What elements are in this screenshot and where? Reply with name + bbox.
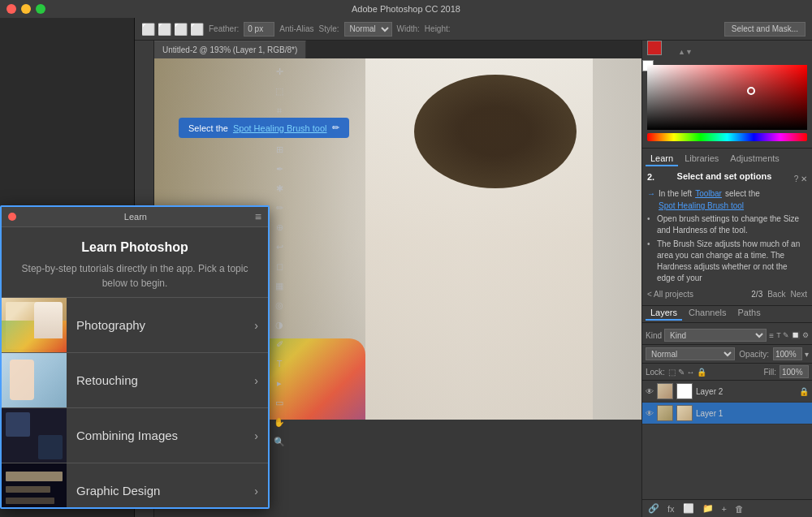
dodge-icon[interactable]: ◑ <box>271 317 287 333</box>
history-brush-icon[interactable]: ↩ <box>271 239 287 255</box>
retouching-thumbnail <box>2 353 67 408</box>
layer-2-item[interactable]: 👁 Layer 2 🔒 <box>642 381 812 403</box>
spot-healing-link[interactable]: Spot Healing Brush tool <box>659 201 744 210</box>
tooltip-icon: ✏ <box>332 123 339 133</box>
combining-chevron: › <box>254 429 268 442</box>
feather-input[interactable] <box>244 22 274 37</box>
learn-panel-tabs: Learn Libraries Adjustments <box>642 152 812 166</box>
clone-stamp-icon[interactable]: ⊕ <box>271 219 287 235</box>
arrow-icon: → <box>647 189 655 198</box>
next-button[interactable]: Next <box>790 290 807 299</box>
add-mask-button[interactable]: ⬜ <box>680 502 697 515</box>
combining-label: Combining Images <box>67 429 254 442</box>
blend-mode-label: ≡ <box>769 331 774 340</box>
color-gradient[interactable] <box>647 65 807 130</box>
color-dot <box>747 87 755 95</box>
eraser-icon[interactable]: ◻ <box>271 258 287 274</box>
canvas-tooltip: Select the Spot Healing Brush tool ✏ <box>179 118 349 138</box>
kind-select[interactable]: Kind <box>664 329 767 342</box>
shape-tool-icon[interactable]: ▭ <box>271 394 287 411</box>
learn-bullet-2: • The Brush Size adjusts how much of an … <box>647 239 807 284</box>
page-indicator: 2/3 <box>751 290 762 299</box>
new-group-button[interactable]: 📁 <box>700 502 716 515</box>
libraries-tab[interactable]: Libraries <box>680 152 723 166</box>
learn-tab[interactable]: Learn <box>646 152 678 166</box>
topic-combining-images[interactable]: Combining Images › <box>2 407 268 463</box>
brush-tool-icon[interactable]: ✏ <box>271 200 287 216</box>
lasso-tool-icon[interactable]: ⌗ <box>271 102 287 118</box>
color-swatches-row: ▲▼ <box>642 39 812 65</box>
blend-mode-select[interactable]: Normal <box>646 347 735 360</box>
layer2-visibility-eye[interactable]: 👁 <box>646 387 654 396</box>
overlay-close-button[interactable] <box>8 213 16 221</box>
hue-bar[interactable] <box>647 133 807 141</box>
link-layers-button[interactable]: 🔗 <box>646 502 662 515</box>
topic-photography[interactable]: Photography › <box>2 297 268 352</box>
layer-1-extra-thumb <box>676 405 693 421</box>
opacity-input[interactable] <box>773 347 802 360</box>
close-button[interactable] <box>6 4 16 14</box>
layer-2-lock-icon: 🔒 <box>799 387 809 396</box>
select-and-mask-button[interactable]: Select and Mask... <box>724 22 806 37</box>
hand-tool-icon[interactable]: ✋ <box>271 414 287 430</box>
pen-tool-icon[interactable]: ✐ <box>271 336 287 352</box>
foreground-color-swatch[interactable] <box>647 41 662 55</box>
healing-brush-icon[interactable]: ✱ <box>271 180 287 196</box>
layer-1-name: Layer 1 <box>696 409 809 418</box>
arrow-text-prefix: In the left <box>659 189 692 198</box>
add-effect-button[interactable]: fx <box>665 503 677 515</box>
layer-1-item[interactable]: 👁 Layer 1 <box>642 403 812 424</box>
all-projects-link[interactable]: < All projects <box>647 290 693 299</box>
minimize-button[interactable] <box>21 4 31 14</box>
layer-2-thumb <box>657 383 673 399</box>
channels-tab[interactable]: Channels <box>684 306 731 321</box>
type-tool-icon[interactable]: T <box>271 355 287 372</box>
adjustments-tab[interactable]: Adjustments <box>725 152 784 166</box>
blur-icon[interactable]: ◎ <box>271 297 287 313</box>
learn-bullet-1: • Open brush settings to change the Size… <box>647 213 807 236</box>
layers-tab[interactable]: Layers <box>646 306 682 321</box>
topic-retouching[interactable]: Retouching › <box>2 352 268 407</box>
bullet-dot-2: • <box>647 239 654 284</box>
overlay-header: Learn ≡ <box>2 207 268 227</box>
app-title: Adobe Photoshop CC 2018 <box>352 4 460 14</box>
layers-panel: Layers Channels Paths Kind Kind ≡ T ✎ 🔲 … <box>642 306 812 517</box>
crop-tool-icon[interactable]: ⊞ <box>271 141 287 157</box>
paths-tab[interactable]: Paths <box>733 306 766 321</box>
fill-input[interactable] <box>780 365 809 378</box>
eyedropper-icon[interactable]: ✒ <box>271 161 287 177</box>
path-select-icon[interactable]: ▸ <box>271 375 287 391</box>
topic-graphic-design[interactable]: Graphic Design › <box>2 463 268 507</box>
selection-tool-icon[interactable]: ⬚ <box>271 83 287 99</box>
learn-arrow-row: → In the left Toolbar select the <box>647 189 807 198</box>
lock-label: Lock: <box>646 368 665 377</box>
layers-lock-row: Lock: ⬚ ✎ ↔ 🔒 Fill: <box>642 364 812 381</box>
combining-thumbnail <box>2 408 67 463</box>
graphic-design-label: Graphic Design <box>67 484 254 498</box>
photography-chevron: › <box>254 319 268 332</box>
tooltip-prefix: Select the <box>188 123 228 133</box>
layers-bottom-bar: 🔗 fx ⬜ 📁 + 🗑 <box>642 499 812 517</box>
overlay-menu-button[interactable]: ≡ <box>255 210 261 223</box>
gradient-icon[interactable]: ▦ <box>271 278 287 294</box>
topic-list: Photography › Retouching › Combinin <box>2 297 268 507</box>
tooltip-link[interactable]: Spot Healing Brush tool <box>233 123 327 133</box>
blend-opacity-row: Normal Opacity: ▾ <box>642 345 812 364</box>
toolbar: ⬜ ⬜ ⬜ ⬜ Feather: Anti-Alias Style: Norma… <box>135 18 812 41</box>
window-controls[interactable] <box>6 4 45 14</box>
overlay-heading: Learn Photoshop Step-by-step tutorials d… <box>2 227 268 297</box>
delete-layer-button[interactable]: 🗑 <box>732 503 746 515</box>
zoom-tool-icon[interactable]: 🔍 <box>271 433 287 450</box>
back-button[interactable]: Back <box>767 290 785 299</box>
move-tool-icon[interactable]: ✛ <box>271 63 287 80</box>
toolbar-link[interactable]: Toolbar <box>695 189 722 198</box>
new-layer-button[interactable]: + <box>719 503 729 515</box>
style-select[interactable]: Normal <box>344 22 392 37</box>
layer-2-name: Layer 2 <box>696 387 796 396</box>
bullet-text-1: Open brush settings to change the Size a… <box>657 213 807 236</box>
canvas-tab[interactable]: Untitled-2 @ 193% (Layer 1, RGB/8*) <box>154 41 306 58</box>
title-bar: Adobe Photoshop CC 2018 <box>0 0 812 18</box>
layer1-visibility-eye[interactable]: 👁 <box>646 409 654 418</box>
overlay-main-heading: Learn Photoshop <box>18 240 252 255</box>
maximize-button[interactable] <box>36 4 45 14</box>
